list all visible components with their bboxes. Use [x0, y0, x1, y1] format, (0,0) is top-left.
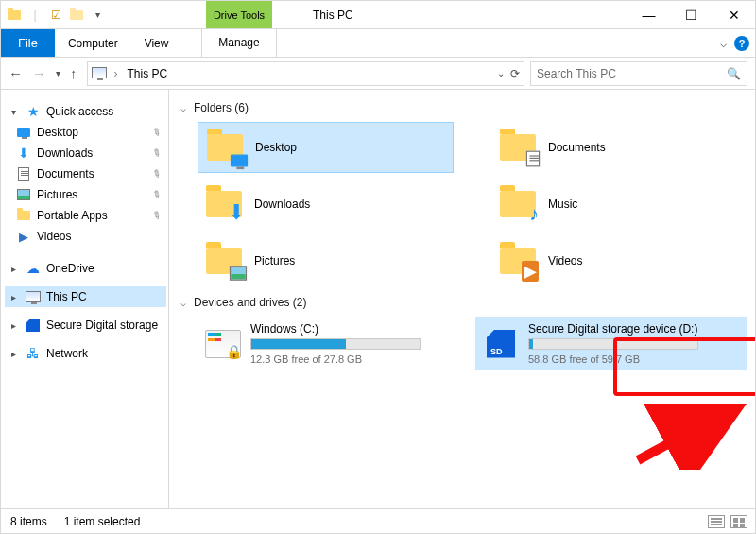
view-tiles-button[interactable]	[730, 515, 747, 528]
folder-tile-desktop[interactable]: Desktop	[198, 122, 454, 173]
breadcrumb[interactable]: This PC	[124, 67, 172, 80]
folder-tile-videos[interactable]: ▶ Videos	[491, 235, 747, 286]
recent-locations-dropdown[interactable]: ▾	[56, 68, 60, 78]
folder-tile-music[interactable]: ♪ Music	[491, 179, 747, 230]
capacity-fill	[251, 339, 346, 349]
folder-tile-pictures[interactable]: Pictures	[198, 235, 454, 286]
group-header-folders[interactable]: ⌵ Folders (6)	[179, 99, 747, 122]
nav-item-label: Documents	[37, 167, 94, 181]
capacity-fill	[529, 339, 533, 349]
drive-tile-c[interactable]: 🔒 Windows (C:) 12.3 GB free of 27.8 GB	[198, 317, 470, 370]
ribbon-file-tab[interactable]: File	[1, 29, 55, 57]
folder-tile-documents[interactable]: Documents	[491, 122, 747, 173]
nav-item-videos[interactable]: ▶ Videos	[5, 226, 166, 247]
cloud-icon: ☁	[26, 261, 41, 276]
folder-icon	[206, 129, 244, 166]
nav-quick-access[interactable]: ▾ ★ Quick access	[5, 101, 166, 122]
help-icon[interactable]: ?	[734, 36, 749, 51]
search-icon: 🔍	[727, 67, 741, 80]
address-dropdown-icon[interactable]: ⌄	[497, 68, 505, 78]
chevron-right-icon: ▸	[9, 320, 18, 331]
ribbon-tab-view[interactable]: View	[131, 29, 182, 57]
folder-icon	[205, 242, 243, 280]
folder-icon	[16, 208, 31, 223]
nav-quick-access-label: Quick access	[46, 105, 113, 118]
ribbon-expand-chevron-icon[interactable]: ⌵	[720, 37, 727, 50]
document-icon	[16, 166, 31, 181]
ribbon-tab-manage[interactable]: Manage	[201, 28, 277, 57]
window-title: This PC	[313, 9, 353, 22]
address-bar[interactable]: › This PC ⌄ ⟳	[87, 61, 525, 86]
nav-item-label: OneDrive	[46, 262, 94, 275]
qat-separator: |	[27, 8, 43, 23]
content-pane: ⌵ Folders (6) Desktop Documents	[169, 90, 755, 508]
sd-card-icon	[26, 318, 41, 333]
drive-tile-d[interactable]: Secure Digital storage device (D:) 58.8 …	[475, 317, 747, 370]
nav-item-desktop[interactable]: Desktop ✎	[5, 122, 166, 143]
chevron-right-icon: ▸	[9, 264, 18, 274]
back-button[interactable]: ←	[9, 65, 23, 81]
nav-item-downloads[interactable]: ⬇ Downloads ✎	[5, 143, 166, 164]
view-details-button[interactable]	[708, 515, 725, 528]
search-placeholder: Search This PC	[537, 67, 616, 80]
desktop-overlay-icon	[232, 155, 246, 168]
close-button[interactable]: ✕	[713, 1, 755, 29]
drive-name: Secure Digital storage device (D:)	[528, 322, 698, 336]
window-controls: — ☐ ✕	[627, 1, 755, 29]
pin-icon: ✎	[149, 187, 163, 202]
navigation-pane: ▾ ★ Quick access Desktop ✎ ⬇ Downloads ✎…	[1, 90, 169, 508]
chevron-right-icon: ▸	[9, 349, 18, 359]
group-header-drives[interactable]: ⌵ Devices and drives (2)	[179, 294, 747, 317]
document-overlay-icon	[527, 152, 539, 168]
nav-item-pictures[interactable]: Pictures ✎	[5, 184, 166, 205]
nav-item-label: Desktop	[37, 126, 78, 139]
capacity-bar	[250, 338, 421, 350]
breadcrumb-sep: ›	[114, 67, 118, 80]
nav-item-portable-apps[interactable]: Portable Apps ✎	[5, 205, 166, 226]
refresh-icon[interactable]: ⟳	[510, 67, 520, 80]
status-bar: 8 items 1 item selected	[1, 508, 755, 533]
nav-network[interactable]: ▸ 🖧 Network	[5, 343, 166, 364]
minimize-button[interactable]: —	[627, 1, 670, 29]
network-icon: 🖧	[26, 346, 41, 361]
pictures-overlay-icon	[232, 267, 245, 282]
drive-name: Windows (C:)	[250, 322, 421, 336]
folder-label: Pictures	[254, 254, 295, 267]
quick-access-toolbar: | ☑ ▾	[1, 8, 111, 23]
ribbon: File Computer View Drive Tools Manage ⌵ …	[1, 29, 755, 58]
folder-label: Music	[548, 198, 577, 211]
pin-icon: ✎	[149, 166, 163, 181]
folder-label: Videos	[548, 254, 582, 267]
titlebar: | ☑ ▾ This PC — ☐ ✕	[1, 1, 755, 29]
nav-this-pc[interactable]: ▸ This PC	[5, 286, 166, 307]
qat-properties-icon[interactable]: ☑	[48, 8, 63, 23]
qat-customize-dropdown[interactable]: ▾	[90, 8, 105, 23]
status-item-count: 8 items	[10, 515, 47, 528]
forward-button[interactable]: →	[32, 65, 46, 81]
folder-tile-downloads[interactable]: ⬇ Downloads	[198, 179, 454, 230]
qat-newfolder-icon[interactable]	[69, 8, 84, 23]
nav-item-label: Videos	[37, 230, 71, 243]
annotation-arrow-icon	[628, 404, 751, 470]
chevron-down-icon: ⌵	[179, 298, 188, 308]
desktop-icon	[16, 125, 31, 140]
maximize-button[interactable]: ☐	[670, 1, 713, 29]
folder-label: Desktop	[255, 141, 297, 154]
folders-grid: Desktop Documents ⬇ Downloads ♪	[198, 122, 747, 286]
up-button[interactable]: ↑	[70, 65, 77, 81]
search-input[interactable]: Search This PC 🔍	[530, 61, 747, 86]
video-icon: ▶	[16, 229, 31, 244]
folder-label: Documents	[548, 141, 606, 154]
nav-sd-device[interactable]: ▸ Secure Digital storage	[5, 315, 166, 336]
nav-item-documents[interactable]: Documents ✎	[5, 164, 166, 184]
nav-item-label: Secure Digital storage	[46, 319, 158, 332]
address-toolbar: ← → ▾ ↑ › This PC ⌄ ⟳ Search This PC 🔍	[1, 58, 755, 90]
explorer-body: ▾ ★ Quick access Desktop ✎ ⬇ Downloads ✎…	[1, 90, 755, 508]
chevron-down-icon: ▾	[9, 107, 18, 117]
download-icon: ⬇	[16, 146, 31, 161]
ribbon-tab-computer[interactable]: Computer	[55, 29, 131, 57]
folder-icon: ▶	[499, 242, 537, 280]
ribbon-context-group: Drive Tools Manage	[201, 1, 277, 58]
videos-overlay-icon: ▶	[522, 261, 539, 282]
nav-onedrive[interactable]: ▸ ☁ OneDrive	[5, 258, 166, 279]
